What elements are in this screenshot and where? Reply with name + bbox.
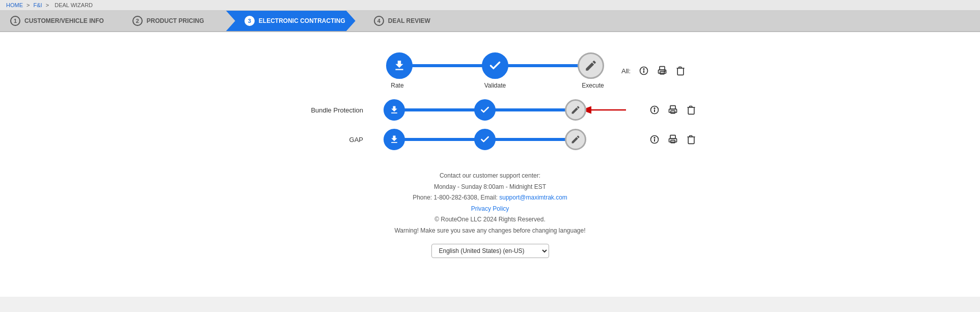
gap-rate-icon[interactable] <box>384 129 405 150</box>
svg-rect-20 <box>671 140 675 143</box>
main-content: Rate Validate Execute All: <box>0 32 980 297</box>
all-controls: All: <box>621 64 688 78</box>
red-arrow <box>586 102 627 118</box>
workflow-container: Rate Validate Execute All: <box>10 47 970 268</box>
gap-execute-icon[interactable] <box>565 129 586 150</box>
bundle-execute-icon[interactable] <box>565 99 586 121</box>
bundle-validate-icon[interactable] <box>474 99 496 121</box>
bundle-protection-row: Bundle Protection <box>282 99 698 121</box>
rate-icon[interactable] <box>386 52 413 79</box>
bundle-rate-icon[interactable] <box>384 99 405 121</box>
bundle-row-controls <box>647 103 698 117</box>
gap-connector-2 <box>495 138 566 141</box>
product-rows: Bundle Protection <box>282 99 698 150</box>
bundle-connector-1 <box>404 108 475 111</box>
gap-delete-button[interactable] <box>684 132 698 147</box>
svg-rect-3 <box>660 67 665 70</box>
connector-1 <box>412 64 483 67</box>
breadcrumb-home[interactable]: HOME <box>6 2 23 8</box>
bundle-connector-2 <box>495 108 566 111</box>
gap-info-button[interactable] <box>647 132 662 147</box>
step-3[interactable]: 3 ELECTRONIC CONTRACTING <box>226 11 356 31</box>
all-delete-button[interactable] <box>673 64 688 78</box>
svg-point-2 <box>643 69 644 70</box>
bundle-protection-label: Bundle Protection <box>282 106 363 114</box>
all-label: All: <box>621 67 631 75</box>
header-step-strip <box>386 52 604 79</box>
svg-rect-18 <box>670 135 675 139</box>
bundle-step-strip <box>384 99 586 121</box>
svg-rect-12 <box>670 106 675 109</box>
step-3-num: 3 <box>244 16 255 26</box>
header-strip-wrapper: Rate Validate Execute <box>384 52 606 89</box>
gap-validate-icon[interactable] <box>474 129 496 150</box>
gap-row: GAP <box>282 129 698 150</box>
bundle-print-button[interactable] <box>666 103 680 117</box>
gap-step-strip <box>384 129 586 150</box>
svg-point-6 <box>664 71 665 72</box>
step-2-num: 2 <box>132 16 143 26</box>
breadcrumb-fi[interactable]: F&I <box>34 2 42 8</box>
bundle-delete-button[interactable] <box>684 103 698 117</box>
header-row: Rate Validate Execute All: <box>292 52 688 89</box>
step-4-label: DEAL REVIEW <box>388 17 430 24</box>
rate-label: Rate <box>384 82 411 89</box>
language-select[interactable]: English (United States) (en-US) Español … <box>431 244 549 258</box>
gap-row-controls <box>647 132 698 147</box>
gap-label: GAP <box>282 136 363 144</box>
step-3-label: ELECTRONIC CONTRACTING <box>259 17 345 24</box>
all-print-button[interactable] <box>655 64 669 78</box>
privacy-policy-link[interactable]: Privacy Policy <box>471 205 509 212</box>
progress-bar: 1 CUSTOMER/VEHICLE INFO 2 PRODUCT PRICIN… <box>0 11 980 32</box>
step-1-num: 1 <box>10 16 20 26</box>
breadcrumb-wizard: DEAL WIZARD <box>55 2 93 8</box>
bundle-info-button[interactable] <box>647 103 662 117</box>
gap-step-strip-wrapper <box>384 129 586 150</box>
gap-print-button[interactable] <box>666 132 680 147</box>
svg-point-11 <box>654 108 655 109</box>
svg-point-17 <box>654 137 655 138</box>
step-labels: Rate Validate Execute <box>384 82 606 89</box>
gap-connector-1 <box>404 138 475 141</box>
breadcrumb: HOME > F&I > DEAL WIZARD <box>0 0 980 11</box>
step-2-label: PRODUCT PRICING <box>147 17 204 24</box>
language-select-wrapper: English (United States) (en-US) Español … <box>431 244 549 258</box>
all-info-button[interactable] <box>637 64 651 78</box>
execute-icon[interactable] <box>578 52 604 79</box>
step-1-label: CUSTOMER/VEHICLE INFO <box>24 17 104 24</box>
support-email-link[interactable]: support@maximtrak.com <box>499 194 567 201</box>
connector-2 <box>507 64 579 67</box>
bundle-step-strip-wrapper <box>384 99 586 121</box>
step-4-num: 4 <box>374 16 384 26</box>
footer-text: Contact our customer support center: Mon… <box>394 171 585 237</box>
step-2[interactable]: 2 PRODUCT PRICING <box>114 11 226 31</box>
step-4[interactable]: 4 DEAL REVIEW <box>356 11 980 31</box>
validate-icon[interactable] <box>482 52 508 79</box>
execute-label: Execute <box>580 82 606 89</box>
validate-label: Validate <box>482 82 508 89</box>
step-1[interactable]: 1 CUSTOMER/VEHICLE INFO <box>0 11 114 31</box>
